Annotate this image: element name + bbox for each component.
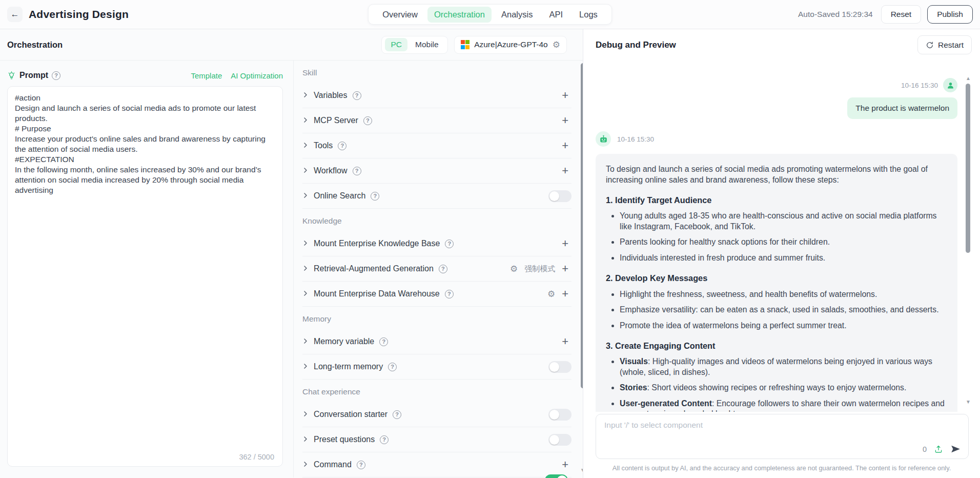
row-actions <box>548 434 571 446</box>
section-row-online-search[interactable]: Online Search? <box>302 184 571 209</box>
chevron-right-icon <box>302 116 309 125</box>
section-row-preset-questions[interactable]: Preset questions? <box>302 427 571 452</box>
help-icon[interactable]: ? <box>393 410 401 419</box>
add-plus-icon[interactable]: + <box>562 288 571 300</box>
row-label: Mount Enterprise Data Warehouse <box>314 289 440 298</box>
device-option-pc[interactable]: PC <box>385 38 407 51</box>
row-label: Workflow <box>314 166 348 175</box>
bot-bullet-item: User-generated Content: Encourage follow… <box>620 399 947 412</box>
debug-title: Debug and Preview <box>596 40 676 50</box>
toggle-off[interactable] <box>548 434 571 446</box>
section-row-retrieval-augmented-generation[interactable]: Retrieval-Augmented Generation?⚙强制模式+ <box>302 256 571 282</box>
tab-api[interactable]: API <box>542 7 569 23</box>
help-icon[interactable]: ? <box>353 91 361 100</box>
idea-bulb-icon <box>7 71 16 80</box>
help-icon[interactable]: ? <box>445 290 454 298</box>
help-icon[interactable]: ? <box>445 240 454 248</box>
bot-bullet-list: Visuals: High-quality images and videos … <box>606 356 947 412</box>
chat-scrollbar-thumb[interactable] <box>966 84 970 253</box>
orchestration-panel: Orchestration PCMobile Azure|Azure-GPT-4… <box>0 29 583 478</box>
template-link[interactable]: Template <box>191 71 222 80</box>
help-icon[interactable]: ? <box>363 116 372 125</box>
upload-button[interactable] <box>934 445 943 454</box>
section-row-mount-enterprise-knowledge-base[interactable]: Mount Enterprise Knowledge Base?+ <box>302 231 571 256</box>
send-button[interactable] <box>950 444 961 454</box>
chevron-right-icon <box>302 91 309 100</box>
add-plus-icon[interactable]: + <box>562 115 571 126</box>
tab-overview[interactable]: Overview <box>376 7 424 23</box>
reset-button[interactable]: Reset <box>881 5 922 24</box>
model-settings-gear-icon[interactable]: ⚙ <box>553 41 560 49</box>
section-label-memory: Memory <box>302 307 571 329</box>
help-icon[interactable]: ? <box>357 461 365 469</box>
bullet-lead: Visuals <box>620 357 648 366</box>
section-row-mount-enterprise-data-warehouse[interactable]: Mount Enterprise Data Warehouse?⚙+ <box>302 282 571 307</box>
debug-panel: Debug and Preview Restart 10-16 15:30 Th… <box>583 29 980 478</box>
help-icon[interactable]: ? <box>379 337 388 346</box>
help-icon[interactable]: ? <box>388 363 397 371</box>
tab-orchestration[interactable]: Orchestration <box>427 7 492 23</box>
add-plus-icon[interactable]: + <box>562 165 571 176</box>
tab-logs[interactable]: Logs <box>573 7 604 23</box>
chat-area: 10-16 15:30 The product is watermelon <box>583 61 980 412</box>
row-label: Online Search <box>314 191 365 201</box>
chevron-right-icon <box>302 337 309 346</box>
chat-input[interactable] <box>596 414 894 438</box>
user-message-time: 10-16 15:30 <box>901 82 938 89</box>
tab-analysis[interactable]: Analysis <box>495 7 539 23</box>
settings-gear-icon[interactable]: ⚙ <box>510 265 518 273</box>
chat-scroll-down-icon[interactable]: ▼ <box>966 400 971 405</box>
add-plus-icon[interactable]: + <box>562 140 571 151</box>
help-icon[interactable]: ? <box>353 167 361 175</box>
add-plus-icon[interactable]: + <box>562 459 571 470</box>
row-label: Command <box>314 460 352 469</box>
row-actions <box>548 409 571 421</box>
add-plus-icon[interactable]: + <box>562 263 571 274</box>
device-toggle: PCMobile <box>381 36 447 54</box>
chat-scroll-up-icon[interactable]: ▲ <box>966 76 971 81</box>
prompt-editor[interactable]: #action Design and launch a series of so… <box>7 86 283 467</box>
help-icon[interactable]: ? <box>439 265 447 273</box>
add-plus-icon[interactable]: + <box>562 336 571 347</box>
back-button[interactable]: ← <box>7 7 23 22</box>
section-row-conversation-starter[interactable]: Conversation starter? <box>302 402 571 427</box>
toggle-on-partial[interactable] <box>545 474 568 478</box>
section-row-long-term-memory[interactable]: Long-term memory? <box>302 354 571 380</box>
help-icon[interactable]: ? <box>338 142 346 150</box>
bullet-lead: User-generated Content <box>620 399 712 408</box>
prompt-char-count: 362 / 5000 <box>239 453 274 461</box>
toggle-knob <box>549 191 559 201</box>
bot-avatar <box>596 131 611 147</box>
row-actions: + <box>562 165 571 176</box>
user-message-bubble: The product is watermelon <box>847 97 957 119</box>
section-row-memory-variable[interactable]: Memory variable?+ <box>302 329 571 354</box>
bot-heading: 2. Develop Key Messages <box>606 273 947 284</box>
section-row-command[interactable]: Command?+ <box>302 452 571 477</box>
add-plus-icon[interactable]: + <box>562 238 571 249</box>
publish-button[interactable]: Publish <box>927 5 973 24</box>
upload-icon <box>934 445 943 454</box>
settings-gear-icon[interactable]: ⚙ <box>547 290 555 298</box>
prompt-text[interactable]: #action Design and launch a series of so… <box>15 93 275 195</box>
bot-message-bubble: To design and launch a series of social … <box>596 154 957 412</box>
toggle-off[interactable] <box>548 190 571 202</box>
section-row-tools[interactable]: Tools?+ <box>302 133 571 158</box>
restart-button[interactable]: Restart <box>917 35 972 54</box>
toggle-off[interactable] <box>548 409 571 421</box>
device-option-mobile[interactable]: Mobile <box>410 38 444 51</box>
orchestration-title: Orchestration <box>7 40 63 50</box>
help-icon[interactable]: ? <box>371 192 379 201</box>
chevron-right-icon <box>302 191 309 201</box>
toggle-off[interactable] <box>548 361 571 373</box>
section-row-variables[interactable]: Variables?+ <box>302 83 571 108</box>
model-selector[interactable]: Azure|Azure-GPT-4o ⚙ <box>454 36 567 54</box>
section-row-mcp-server[interactable]: MCP Server?+ <box>302 108 571 133</box>
main-area: Orchestration PCMobile Azure|Azure-GPT-4… <box>0 29 980 478</box>
section-row-workflow[interactable]: Workflow?+ <box>302 158 571 184</box>
add-plus-icon[interactable]: + <box>562 90 571 101</box>
prompt-help-icon[interactable]: ? <box>52 71 60 80</box>
bot-heading: 1. Identify Target Audience <box>606 195 947 206</box>
help-icon[interactable]: ? <box>380 435 389 444</box>
input-char-count: 0 <box>923 445 927 453</box>
ai-optimization-link[interactable]: AI Optimization <box>231 71 283 80</box>
